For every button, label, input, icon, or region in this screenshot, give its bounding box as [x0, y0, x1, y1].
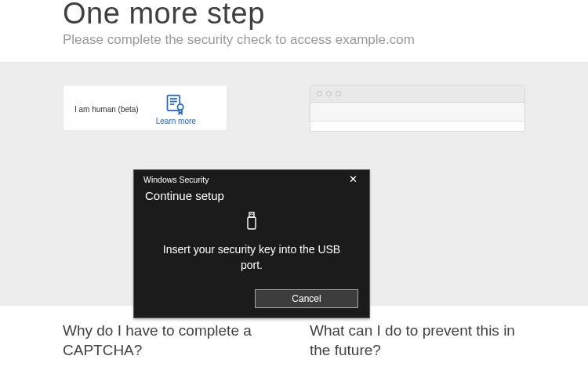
dialog-titlebar: Windows Security ✕ [134, 170, 369, 187]
browser-toolbar [310, 103, 524, 122]
browser-frame [310, 85, 525, 132]
browser-titlebar [310, 85, 524, 103]
dialog-footer: Cancel [134, 285, 369, 318]
captcha-card[interactable]: I am human (beta) Learn more [63, 85, 227, 131]
usb-key-icon [245, 212, 258, 234]
svg-rect-5 [249, 212, 254, 217]
cancel-button[interactable]: Cancel [255, 289, 358, 308]
dialog-body: Insert your security key into the USB po… [134, 210, 369, 285]
page-title: One more step [63, 0, 588, 31]
question-prevent: What can I do to prevent this in the fut… [310, 321, 525, 360]
page-header: One more step Please complete the securi… [0, 0, 588, 63]
window-dot-icon [317, 91, 322, 96]
dialog-message: Insert your security key into the USB po… [158, 241, 346, 274]
svg-rect-6 [250, 214, 251, 216]
page-subtitle: Please complete the security check to ac… [63, 32, 588, 48]
captcha-icon-group: Learn more [156, 93, 196, 125]
dialog-window-title: Windows Security [143, 175, 209, 184]
question-captcha: Why do I have to complete a CAPTCHA? [63, 321, 278, 360]
svg-point-4 [178, 104, 183, 110]
captcha-label: I am human (beta) [74, 105, 139, 114]
captcha-learn-more-link[interactable]: Learn more [156, 117, 196, 125]
svg-rect-8 [248, 217, 256, 229]
dialog-heading: Continue setup [134, 187, 369, 210]
certificate-icon [165, 93, 187, 115]
security-dialog: Windows Security ✕ Continue setup Insert… [133, 169, 370, 318]
close-icon[interactable]: ✕ [343, 173, 363, 186]
window-dot-icon [326, 91, 332, 96]
svg-rect-7 [252, 214, 253, 216]
window-dot-icon [336, 91, 341, 96]
